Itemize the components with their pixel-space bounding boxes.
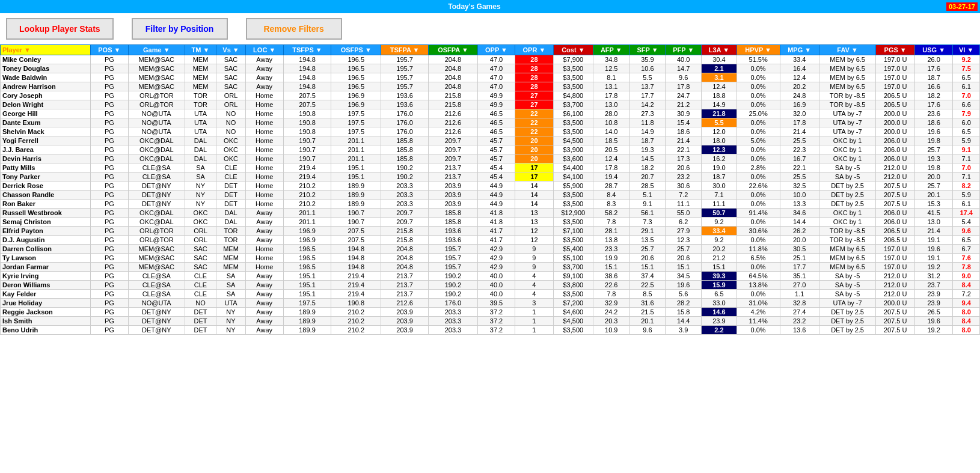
col-header-cost[interactable]: Cost ▼ xyxy=(553,45,593,55)
player-name: Tony Parker xyxy=(1,172,91,182)
col-header-loc[interactable]: LOC ▼ xyxy=(245,45,283,55)
l3a-cell: 14.9 xyxy=(702,100,737,109)
table-row: Ty LawsonPGMEM@SACSACMEMHome196.5194.820… xyxy=(1,254,980,263)
player-name: Dante Exum xyxy=(1,118,91,127)
player-name: Toney Douglas xyxy=(1,64,91,73)
vi-cell: 5.9 xyxy=(953,136,980,145)
l3a-cell: 18.8 xyxy=(702,91,737,100)
table-row: Delon WrightPGORL@TORTORORLHome207.5196.… xyxy=(1,100,980,109)
l3a-cell: 33.0 xyxy=(702,299,737,308)
opr-cell: 14 xyxy=(515,182,553,191)
cost-cell: $4,600 xyxy=(553,308,593,317)
table-row: Beno UdrihPGDET@NYDETNYAway189.9210.2203… xyxy=(1,326,980,335)
table-row: Wade BaldwinPGMEM@SACMEMSACAway194.8196.… xyxy=(1,73,980,82)
table-container: Player ▼ POS ▼ Game ▼ TM ▼ Vs ▼ LOC ▼ TS… xyxy=(0,44,980,335)
table-row: Elfrid PaytonPGORL@TORORLTORAway196.9207… xyxy=(1,227,980,236)
col-header-vs[interactable]: Vs ▼ xyxy=(216,45,246,55)
opr-cell: 14 xyxy=(515,191,553,200)
table-row: Cory JosephPGORL@TORTORORLHome207.5196.9… xyxy=(1,91,980,100)
l3a-cell: 6.5 xyxy=(702,290,737,299)
opr-cell: 12 xyxy=(515,236,553,245)
pgs-cell: 197.0 U xyxy=(876,254,915,263)
vi-cell: 9.0 xyxy=(953,272,980,281)
col-header-fav[interactable]: FAV ▼ xyxy=(819,45,876,55)
player-name: Chasson Randle xyxy=(1,191,91,200)
opr-cell: 17 xyxy=(515,163,553,172)
table-row: Ron BakerPGDET@NYNYDETHome210.2189.9203.… xyxy=(1,200,980,209)
opr-cell: 28 xyxy=(515,82,553,91)
filter-by-position-button[interactable]: Filter by Position xyxy=(132,18,228,40)
pgs-cell: 212.0 U xyxy=(876,163,915,172)
col-header-sfp[interactable]: SFP ▼ xyxy=(629,45,666,55)
cost-cell: $12,900 xyxy=(553,209,593,218)
cost-cell: $4,400 xyxy=(553,163,593,172)
opr-cell: 1 xyxy=(515,317,553,326)
cost-cell: $3,700 xyxy=(553,263,593,272)
vi-cell: 6.1 xyxy=(953,82,980,91)
cost-cell: $3,500 xyxy=(553,218,593,227)
vi-cell: 9.6 xyxy=(953,227,980,236)
table-row: J.J. BareaPGOKC@DALDALOKCHome190.7201.11… xyxy=(1,145,980,154)
col-header-osfpa[interactable]: OSFPA ▼ xyxy=(429,45,478,55)
opr-cell: 22 xyxy=(515,109,553,118)
l3a-cell: 9.2 xyxy=(702,236,737,245)
col-header-hpvp[interactable]: HPVP ▼ xyxy=(737,45,780,55)
pgs-cell: 206.5 U xyxy=(876,236,915,245)
col-header-pfp[interactable]: PFP ▼ xyxy=(666,45,702,55)
pgs-cell: 200.0 U xyxy=(876,118,915,127)
opr-cell: 14 xyxy=(515,200,553,209)
pgs-cell: 197.0 U xyxy=(876,245,915,254)
col-header-osfps[interactable]: OSFPS ▼ xyxy=(331,45,381,55)
player-name: Mike Conley xyxy=(1,55,91,64)
player-name: Yogi Ferrell xyxy=(1,136,91,145)
pgs-cell: 212.0 U xyxy=(876,290,915,299)
player-name: Shelvin Mack xyxy=(1,127,91,136)
opr-cell: 1 xyxy=(515,326,553,335)
player-name: Andrew Harrison xyxy=(1,82,91,91)
l3a-cell: 23.9 xyxy=(702,317,737,326)
col-header-mpg[interactable]: MPG ▼ xyxy=(780,45,819,55)
opr-cell: 13 xyxy=(515,209,553,218)
col-header-l3a[interactable]: L3A ▼ xyxy=(702,45,737,55)
col-header-pos[interactable]: POS ▼ xyxy=(91,45,129,55)
col-header-pgs[interactable]: PGS ▼ xyxy=(876,45,915,55)
col-header-afp[interactable]: AFP ▼ xyxy=(593,45,629,55)
col-header-opp[interactable]: OPP ▼ xyxy=(477,45,515,55)
table-row: Dante ExumPGNO@UTAUTANOHome190.8197.5176… xyxy=(1,118,980,127)
remove-filters-button[interactable]: Remove Filters xyxy=(246,18,342,40)
col-header-tsfpa[interactable]: TSFPA ▼ xyxy=(381,45,429,55)
vi-cell: 8.4 xyxy=(953,281,980,290)
opr-cell: 22 xyxy=(515,118,553,127)
pgs-cell: 212.0 U xyxy=(876,172,915,182)
l3a-cell: 30.0 xyxy=(702,182,737,191)
vi-cell: 6.6 xyxy=(953,100,980,109)
col-header-player[interactable]: Player ▼ xyxy=(1,45,91,55)
l3a-cell: 21.2 xyxy=(702,254,737,263)
col-header-usg[interactable]: USG ▼ xyxy=(914,45,952,55)
col-header-tsfps[interactable]: TSFPS ▼ xyxy=(283,45,331,55)
table-row: Patty MillsPGCLE@SASACLEHome219.4195.119… xyxy=(1,163,980,172)
cost-cell: $7,200 xyxy=(553,299,593,308)
l3a-cell: 19.0 xyxy=(702,163,737,172)
col-header-game[interactable]: Game ▼ xyxy=(128,45,185,55)
vi-cell: 6.5 xyxy=(953,236,980,245)
pgs-cell: 206.5 U xyxy=(876,100,915,109)
vi-cell: 9.2 xyxy=(953,55,980,64)
toolbar: Lookup Player Stats Filter by Position R… xyxy=(0,13,980,44)
lookup-player-stats-button[interactable]: Lookup Player Stats xyxy=(6,18,114,40)
l3a-cell: 18.0 xyxy=(702,136,737,145)
pgs-cell: 206.0 U xyxy=(876,218,915,227)
player-name: Jrue Holiday xyxy=(1,299,91,308)
opr-cell: 9 xyxy=(515,254,553,263)
col-header-tm[interactable]: TM ▼ xyxy=(185,45,216,55)
player-name: Ron Baker xyxy=(1,200,91,209)
cost-cell: $4,500 xyxy=(553,136,593,145)
pgs-cell: 206.0 U xyxy=(876,209,915,218)
cost-cell: $3,800 xyxy=(553,281,593,290)
table-row: Tony ParkerPGCLE@SASACLEHome219.4195.119… xyxy=(1,172,980,182)
col-header-vi[interactable]: VI ▼ xyxy=(953,45,980,55)
cost-cell: $3,500 xyxy=(553,64,593,73)
col-header-opr[interactable]: OPR ▼ xyxy=(515,45,553,55)
vi-cell: 6.7 xyxy=(953,245,980,254)
l3a-cell: 20.2 xyxy=(702,245,737,254)
